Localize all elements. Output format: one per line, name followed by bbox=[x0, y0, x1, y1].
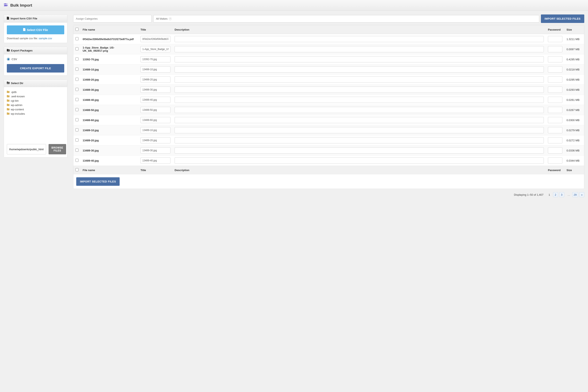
row-checkbox[interactable] bbox=[75, 88, 78, 91]
dir-item[interactable]: cgi-bin bbox=[7, 98, 64, 103]
row-password-input[interactable] bbox=[548, 66, 562, 72]
row-title-input[interactable] bbox=[140, 137, 170, 144]
row-password-input[interactable] bbox=[548, 56, 562, 62]
row-description-input[interactable] bbox=[175, 66, 544, 72]
row-checkbox[interactable] bbox=[75, 47, 78, 50]
row-description-input[interactable] bbox=[175, 117, 544, 123]
dir-item[interactable]: wp-content bbox=[7, 107, 64, 112]
row-description-input[interactable] bbox=[175, 36, 544, 42]
panel-dir-title: Select Dir bbox=[11, 82, 23, 85]
download-sample-line: Download sample csv file: sample.csv bbox=[7, 37, 64, 40]
row-password-input[interactable] bbox=[548, 46, 562, 52]
row-description-input[interactable] bbox=[175, 97, 544, 103]
dir-path-input[interactable] bbox=[7, 144, 46, 154]
table-header-row: File name Title Description Password Siz… bbox=[73, 25, 584, 34]
csv-radio[interactable] bbox=[7, 58, 10, 61]
dir-item[interactable]: wp-admin bbox=[7, 103, 64, 107]
row-filename: 13489-10.jpg bbox=[83, 129, 99, 132]
page-link[interactable]: 3 bbox=[559, 192, 564, 197]
create-export-button[interactable]: CREATE EXPORT FILE bbox=[7, 64, 64, 72]
table-row: 0f3d2ecf280d5fe5bdb3731f273e977a.pdf1.32… bbox=[73, 34, 584, 44]
page-ellipsis: … bbox=[567, 193, 571, 196]
row-title-input[interactable] bbox=[140, 86, 170, 93]
row-password-input[interactable] bbox=[548, 127, 562, 133]
row-description-input[interactable] bbox=[175, 76, 544, 83]
row-description-input[interactable] bbox=[175, 137, 544, 144]
row-password-input[interactable] bbox=[548, 97, 562, 103]
row-filename: 13488-10.jpg bbox=[83, 68, 99, 71]
panel-export-title: Export Packages bbox=[11, 49, 33, 52]
row-checkbox[interactable] bbox=[75, 138, 78, 142]
row-description-input[interactable] bbox=[175, 46, 544, 52]
row-title-input[interactable] bbox=[140, 127, 170, 133]
folder-open-icon bbox=[7, 82, 10, 85]
dir-item[interactable]: .qidb bbox=[7, 90, 64, 94]
select-all-checkbox-top[interactable] bbox=[75, 28, 78, 31]
row-filename: 1-App_Store_Badge_US-UK_blk_092917.png bbox=[83, 46, 114, 52]
row-password-input[interactable] bbox=[548, 36, 562, 42]
row-description-input[interactable] bbox=[175, 158, 544, 164]
row-checkbox[interactable] bbox=[75, 98, 78, 101]
select-csv-button[interactable]: Select CSV File bbox=[7, 26, 64, 34]
row-description-input[interactable] bbox=[175, 86, 544, 93]
table-row: 13489-30.jpg0.0336 MB bbox=[73, 146, 584, 156]
row-title-input[interactable] bbox=[140, 66, 170, 72]
remove-chip-icon[interactable]: ✕ bbox=[169, 17, 172, 20]
row-filename: 13488-20.jpg bbox=[83, 78, 99, 81]
table-row: 13488-40.jpg0.0261 MB bbox=[73, 95, 584, 105]
row-description-input[interactable] bbox=[175, 107, 544, 113]
visitors-select[interactable]: All Visitors ✕ bbox=[153, 15, 539, 22]
row-title-input[interactable] bbox=[140, 36, 170, 42]
import-selected-bottom-button[interactable]: IMPORT SELECTED FILES bbox=[76, 177, 120, 186]
row-checkbox[interactable] bbox=[75, 128, 78, 132]
row-description-input[interactable] bbox=[175, 56, 544, 62]
row-checkbox[interactable] bbox=[75, 68, 78, 71]
row-password-input[interactable] bbox=[548, 117, 562, 123]
row-title-input[interactable] bbox=[140, 158, 170, 164]
row-checkbox[interactable] bbox=[75, 159, 78, 162]
page-next[interactable]: » bbox=[579, 192, 584, 197]
dir-item-label: wp-includes bbox=[11, 112, 25, 115]
row-size: 0.0097 MB bbox=[567, 48, 580, 51]
page-link[interactable]: 2 bbox=[553, 192, 558, 197]
row-checkbox[interactable] bbox=[75, 78, 78, 81]
csv-radio-row[interactable]: CSV bbox=[7, 57, 64, 61]
row-password-input[interactable] bbox=[548, 158, 562, 164]
row-title-input[interactable] bbox=[140, 147, 170, 154]
row-title-input[interactable] bbox=[140, 56, 170, 62]
row-checkbox[interactable] bbox=[75, 118, 78, 121]
assign-categories-input[interactable] bbox=[73, 15, 152, 22]
row-title-input[interactable] bbox=[140, 117, 170, 123]
dir-item[interactable]: wp-includes bbox=[7, 112, 64, 116]
pagination: Displaying 1–50 of 1,407 1 23 … 29 » bbox=[73, 191, 584, 198]
row-title-input[interactable] bbox=[140, 107, 170, 113]
row-password-input[interactable] bbox=[548, 137, 562, 144]
dir-item[interactable]: .well-known bbox=[7, 94, 64, 98]
page-last[interactable]: 29 bbox=[572, 192, 578, 197]
row-checkbox[interactable] bbox=[75, 148, 78, 152]
sample-csv-link[interactable]: sample.csv bbox=[39, 37, 52, 40]
row-title-input[interactable] bbox=[140, 97, 170, 103]
row-description-input[interactable] bbox=[175, 147, 544, 154]
row-checkbox[interactable] bbox=[75, 58, 78, 60]
row-description-input[interactable] bbox=[175, 127, 544, 133]
import-selected-top-button[interactable]: IMPORT SELECTED FILES bbox=[541, 14, 584, 23]
row-password-input[interactable] bbox=[548, 76, 562, 83]
row-filename: 13488-50.jpg bbox=[83, 108, 99, 112]
row-checkbox[interactable] bbox=[75, 37, 78, 40]
panel-import-csv: Import form CSV File Select CSV File Dow… bbox=[4, 14, 67, 43]
panel-import-title: Import form CSV File bbox=[10, 17, 37, 20]
row-checkbox[interactable] bbox=[75, 108, 78, 111]
row-title-input[interactable] bbox=[140, 76, 170, 83]
row-filename: 13392-70.jpg bbox=[83, 58, 99, 61]
panel-export: Export Packages CSV CREATE EXPORT FILE bbox=[4, 47, 67, 76]
row-password-input[interactable] bbox=[548, 147, 562, 154]
select-all-checkbox-bottom[interactable] bbox=[75, 168, 78, 171]
row-title-input[interactable] bbox=[140, 46, 170, 52]
row-password-input[interactable] bbox=[548, 107, 562, 113]
row-password-input[interactable] bbox=[548, 86, 562, 93]
row-size: 0.0261 MB bbox=[567, 98, 580, 102]
row-filename: 13488-60.jpg bbox=[83, 118, 99, 122]
table-row: 13488-50.jpg0.0267 MB bbox=[73, 105, 584, 115]
browse-files-button[interactable]: BROWSE FILES bbox=[48, 144, 66, 154]
